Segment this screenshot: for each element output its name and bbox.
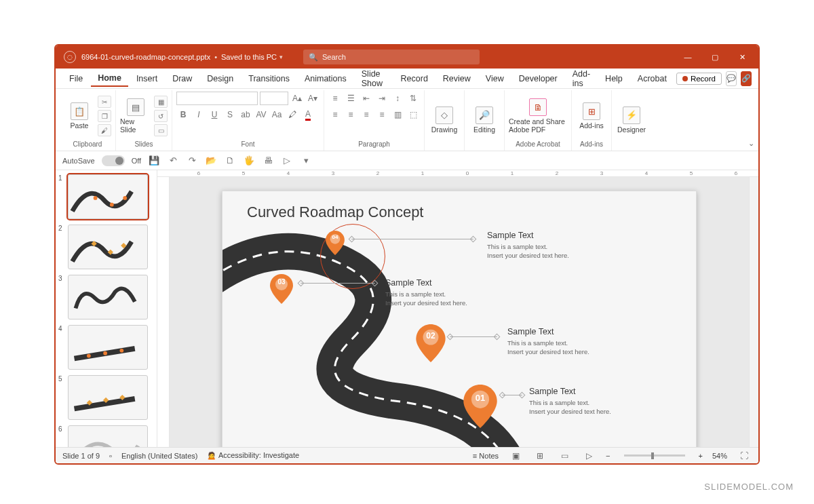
text-direction-button[interactable]: ⇅ [406,92,420,105]
decrease-font-button[interactable]: A▾ [306,92,319,105]
comments-button[interactable]: 💬 [726,71,737,86]
spacing-button[interactable]: AV [254,108,268,121]
tab-insert[interactable]: Insert [130,71,164,86]
save-status[interactable]: Saved to this PC▾ [221,53,283,61]
pin-01[interactable]: 01 [463,385,497,428]
thumbnail-4[interactable] [68,325,148,370]
text-block-3[interactable]: Sample TextThis is a sample text.Insert … [385,278,467,308]
numbering-button[interactable]: ☰ [344,92,357,105]
normal-view-button[interactable]: ▣ [508,450,523,462]
thumbnail-5[interactable] [68,375,148,420]
open-button[interactable]: 📂 [205,155,217,167]
print-button[interactable]: 🖶 [262,155,274,167]
text-block-4[interactable]: Sample TextThis is a sample text.Insert … [487,231,569,260]
pin-02[interactable]: 02 [416,324,446,362]
font-size-combo[interactable] [260,92,288,105]
strike-button[interactable]: S [223,108,237,121]
format-painter-button[interactable]: 🖌 [98,124,111,136]
indent-inc-button[interactable]: ⇥ [375,92,389,105]
cut-button[interactable]: ✂ [98,96,111,108]
font-family-combo[interactable] [176,92,258,105]
accessibility-status[interactable]: 🙍 Accessibility: Investigate [207,451,299,460]
justify-button[interactable]: ≡ [375,108,389,121]
language-status[interactable]: English (United States) [121,452,198,460]
tab-view[interactable]: View [479,71,511,86]
text-block-1[interactable]: Sample TextThis is a sample text.Insert … [529,387,611,416]
start-button[interactable]: ▷ [281,155,293,167]
close-button[interactable]: ✕ [729,45,756,69]
tab-addins[interactable]: Add-ins [566,66,597,91]
touch-button[interactable]: 🖐 [243,155,255,167]
tab-slideshow[interactable]: Slide Show [355,66,393,91]
zoom-level[interactable]: 54% [712,452,727,460]
tab-design[interactable]: Design [200,71,240,86]
shadow-button[interactable]: ab [239,108,252,121]
addins-button[interactable]: ⊞Add-ins [576,95,607,137]
pin-03[interactable]: 03 [270,274,293,304]
slide-thumbnails-panel[interactable]: 1 2 3 4 5 6 [56,170,157,447]
tab-acrobat[interactable]: Acrobat [631,71,674,86]
align-right-button[interactable]: ≡ [360,108,373,121]
minimize-button[interactable]: — [674,45,701,69]
columns-button[interactable]: ▥ [391,108,404,121]
designer-button[interactable]: ⚡Designer [616,99,647,141]
section-button[interactable]: ▭ [154,124,168,136]
search-input[interactable] [322,53,474,61]
slide-stage[interactable]: Curved Roadmap Concept 01 [170,177,749,447]
sorter-view-button[interactable]: ⊞ [532,450,547,462]
tab-review[interactable]: Review [436,71,478,86]
text-block-2[interactable]: Sample TextThis is a sample text.Insert … [507,327,589,357]
smartart-button[interactable]: ⬚ [406,108,420,121]
more-button[interactable]: ▾ [300,155,312,167]
maximize-button[interactable]: ▢ [701,45,729,69]
editing-button[interactable]: 🔎Editing [469,99,500,141]
reset-button[interactable]: ↺ [154,110,168,122]
new-button[interactable]: 🗋 [224,155,236,167]
tab-transitions[interactable]: Transitions [241,71,296,86]
slide-canvas[interactable]: Curved Roadmap Concept 01 [222,191,697,447]
align-center-button[interactable]: ≡ [344,108,357,121]
search-box[interactable]: 🔍 [303,50,480,64]
fit-button[interactable]: ⛶ [737,450,752,462]
paste-button[interactable]: 📋Paste [64,95,95,137]
reading-view-button[interactable]: ▭ [557,450,572,462]
new-slide-button[interactable]: ▤New Slide [120,95,151,137]
zoom-out-button[interactable]: − [606,452,610,460]
drawing-button[interactable]: ◇Drawing [429,99,460,141]
pin-04[interactable]: 04 [326,231,345,255]
tab-draw[interactable]: Draw [166,71,199,86]
thumbnail-6[interactable] [68,425,148,447]
save-button[interactable]: 💾 [148,155,160,167]
autosave-toggle[interactable] [102,155,125,166]
tab-help[interactable]: Help [598,71,629,86]
collapse-ribbon-button[interactable]: ⌄ [748,139,754,148]
tab-record[interactable]: Record [394,71,435,86]
line-spacing-button[interactable]: ↕ [391,92,404,105]
share-button[interactable]: 🔗 [741,71,752,86]
notes-button[interactable]: ≡ Notes [473,452,499,460]
case-button[interactable]: Aa [270,108,284,121]
tab-file[interactable]: File [62,71,90,86]
create-pdf-button[interactable]: 🗎Create and Share Adobe PDF [509,95,567,137]
layout-button[interactable]: ▦ [154,96,168,108]
copy-button[interactable]: ❐ [98,110,111,122]
thumbnail-3[interactable] [68,275,148,319]
record-button[interactable]: Record [676,73,722,85]
indent-dec-button[interactable]: ⇤ [360,92,373,105]
increase-font-button[interactable]: A▴ [290,92,304,105]
italic-button[interactable]: I [192,108,206,121]
thumbnail-1[interactable] [68,174,148,219]
zoom-in-button[interactable]: + [699,452,703,460]
vertical-scrollbar[interactable] [749,177,758,447]
tab-developer[interactable]: Developer [512,71,564,86]
undo-button[interactable]: ↶ [167,155,179,167]
align-left-button[interactable]: ≡ [328,108,342,121]
redo-button[interactable]: ↷ [186,155,198,167]
bold-button[interactable]: B [176,108,190,121]
slideshow-view-button[interactable]: ▷ [581,450,596,462]
thumbnail-2[interactable] [68,225,148,269]
slide-counter[interactable]: Slide 1 of 9 [62,452,100,460]
font-color-button[interactable]: A [301,108,315,121]
underline-button[interactable]: U [208,108,221,121]
tab-animations[interactable]: Animations [298,71,353,86]
